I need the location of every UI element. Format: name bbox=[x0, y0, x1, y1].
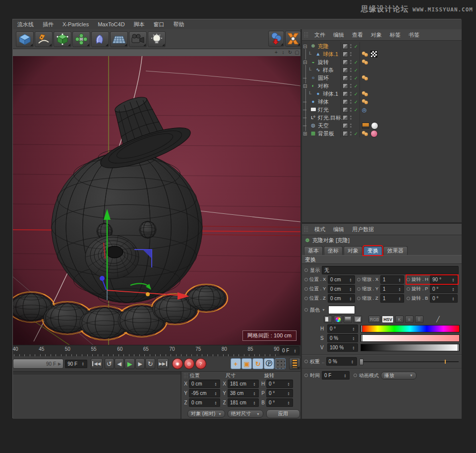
k-mode-button[interactable]: K bbox=[395, 316, 404, 323]
transform-position-x[interactable]: 0 cm▲▼ bbox=[328, 275, 355, 284]
loop-forward-button[interactable]: ↻ bbox=[145, 358, 155, 369]
value-field[interactable]: 100 %▲▼ bbox=[327, 343, 358, 352]
viewport-3d[interactable]: 网格间距 : 100 cm bbox=[13, 56, 300, 345]
collapse-icon[interactable]: ⊟ bbox=[302, 44, 309, 49]
position-x-field[interactable]: 0 cm▲▼ bbox=[189, 380, 220, 388]
layer-toggle-icon[interactable] bbox=[343, 99, 348, 105]
attr-menu-edit[interactable]: 编辑 bbox=[329, 226, 348, 233]
apply-button[interactable]: 应用 bbox=[266, 409, 300, 418]
slider-knob[interactable] bbox=[359, 359, 363, 365]
om-menu-objects[interactable]: 对象 bbox=[367, 31, 386, 39]
slider-marker[interactable] bbox=[361, 334, 362, 342]
transform-position-z[interactable]: 0 cm▲▼ bbox=[328, 294, 355, 303]
slider-marker[interactable] bbox=[361, 325, 362, 332]
phong-tag-icon[interactable] bbox=[362, 91, 369, 96]
swatches-mode-icon[interactable]: ⠿ bbox=[415, 316, 423, 323]
attr-menu-mode[interactable]: 模式 bbox=[310, 226, 329, 233]
phong-tag-icon[interactable] bbox=[362, 131, 369, 136]
weight-slider[interactable] bbox=[359, 358, 459, 365]
record-pla-toggle[interactable] bbox=[275, 358, 285, 369]
anim-dot[interactable] bbox=[304, 297, 308, 300]
visibility-dots[interactable] bbox=[349, 44, 352, 49]
floor-icon[interactable] bbox=[110, 31, 128, 47]
hue-field[interactable]: 0 °▲▼ bbox=[327, 324, 358, 333]
enabled-check-icon[interactable]: ✓ bbox=[353, 44, 359, 49]
swatch-compare-icon[interactable] bbox=[324, 316, 332, 323]
transform-rotation-p[interactable]: 0 °▲▼ bbox=[430, 285, 458, 293]
layer-toggle-icon[interactable] bbox=[343, 107, 348, 113]
viewport-rotate-icon[interactable]: ↻ bbox=[287, 50, 294, 55]
tab-effectors[interactable]: 效果器 bbox=[383, 246, 408, 255]
transform-scale-y[interactable]: 1▲▼ bbox=[380, 285, 404, 293]
texture-tag-icon[interactable] bbox=[370, 51, 377, 58]
spinner[interactable]: ▲▼ bbox=[81, 362, 85, 366]
menu-plugins[interactable]: 插件 bbox=[38, 21, 58, 28]
position-y-field[interactable]: -95 cm▲▼ bbox=[189, 389, 220, 397]
enabled-check-icon[interactable]: ✓ bbox=[353, 107, 359, 113]
transform-position-y[interactable]: 0 cm▲▼ bbox=[328, 285, 355, 293]
enabled-check-icon[interactable]: ✓ bbox=[353, 99, 359, 105]
tab-transform[interactable]: 变换 bbox=[363, 246, 382, 255]
object-row-spline[interactable]: └∿样条 ✓ bbox=[302, 66, 462, 74]
tab-basic[interactable]: 基本 bbox=[304, 246, 323, 255]
object-row-light-target[interactable]: ─Lº灯光.目标.1 bbox=[302, 114, 462, 122]
menu-help[interactable]: 帮助 bbox=[169, 21, 189, 28]
visibility-dots[interactable] bbox=[349, 107, 352, 112]
spectrum-icon[interactable] bbox=[344, 316, 352, 323]
visibility-dots[interactable] bbox=[349, 91, 352, 96]
enabled-check-icon[interactable]: ✓ bbox=[353, 60, 359, 65]
enabled-check-icon[interactable]: ✓ bbox=[353, 83, 359, 89]
material-manager-panel[interactable] bbox=[13, 372, 180, 419]
visibility-dots[interactable] bbox=[349, 83, 352, 88]
keyframe-selection-button[interactable]: ? bbox=[195, 358, 206, 369]
record-parameter-toggle[interactable]: Ⓟ bbox=[264, 358, 274, 369]
collapse-icon[interactable]: ⊟ bbox=[302, 83, 309, 89]
om-menu-edit[interactable]: 编辑 bbox=[329, 31, 348, 39]
enabled-check-icon[interactable]: ✓ bbox=[353, 75, 359, 81]
expand-icon[interactable]: ⊞ bbox=[302, 131, 309, 136]
time-field[interactable]: 0 F▲▼ bbox=[322, 371, 350, 380]
panel-grip[interactable] bbox=[183, 373, 188, 379]
display-dropdown[interactable]: 无 bbox=[322, 266, 459, 274]
cube-primitive-icon[interactable] bbox=[16, 31, 34, 47]
attr-menu-userdata[interactable]: 用户数据 bbox=[348, 226, 378, 233]
visibility-dots[interactable] bbox=[349, 60, 352, 65]
visibility-dots[interactable] bbox=[349, 131, 352, 136]
visibility-dots[interactable] bbox=[349, 99, 352, 104]
layer-toggle-icon[interactable] bbox=[343, 67, 348, 73]
rotation-b-field[interactable]: 0 °▲▼ bbox=[266, 398, 293, 407]
phong-tag-icon[interactable] bbox=[362, 60, 369, 65]
layer-toggle-icon[interactable] bbox=[343, 52, 348, 57]
autokey-button[interactable]: ◎ bbox=[184, 358, 194, 369]
visibility-dots[interactable] bbox=[349, 123, 352, 128]
eyedropper-icon[interactable]: ╱ bbox=[434, 316, 442, 323]
object-row-sky[interactable]: ─◍天空 bbox=[302, 122, 462, 129]
weight-field[interactable]: 0 %▲▼ bbox=[326, 357, 357, 366]
viewport-pan-icon[interactable]: + bbox=[273, 50, 280, 55]
anim-dot[interactable] bbox=[407, 287, 410, 291]
value-gradient-slider[interactable] bbox=[360, 344, 460, 351]
cloner-icon[interactable] bbox=[72, 31, 90, 47]
phong-tag-icon[interactable] bbox=[362, 75, 369, 80]
panel-grip[interactable] bbox=[304, 32, 309, 38]
visibility-dots[interactable] bbox=[349, 115, 352, 120]
enabled-check-icon[interactable]: ✓ bbox=[353, 131, 359, 136]
anim-dot[interactable] bbox=[407, 297, 410, 300]
phong-tag-icon[interactable] bbox=[362, 52, 369, 57]
pen-spline-icon[interactable] bbox=[35, 31, 53, 47]
layer-toggle-icon[interactable] bbox=[343, 91, 348, 97]
layer-toggle-icon[interactable] bbox=[343, 75, 348, 81]
material-tag-pink[interactable] bbox=[370, 130, 378, 137]
anim-dot[interactable] bbox=[304, 308, 308, 312]
menu-script[interactable]: 脚本 bbox=[129, 21, 149, 28]
go-to-end-button[interactable]: ▶▶ bbox=[157, 358, 169, 369]
viewport-toggle-icon[interactable]: ▢ bbox=[294, 50, 300, 55]
saturation-field[interactable]: 0 %▲▼ bbox=[327, 334, 358, 342]
x-particles-icon[interactable] bbox=[285, 31, 301, 47]
position-z-field[interactable]: 0 cm▲▼ bbox=[189, 398, 220, 407]
polygon-object-icon[interactable] bbox=[54, 31, 71, 47]
visibility-dots[interactable] bbox=[349, 75, 352, 80]
tab-coordinates[interactable]: 坐标 bbox=[324, 246, 343, 255]
om-menu-bookmarks[interactable]: 书签 bbox=[405, 31, 423, 39]
anim-dot[interactable] bbox=[304, 268, 308, 272]
